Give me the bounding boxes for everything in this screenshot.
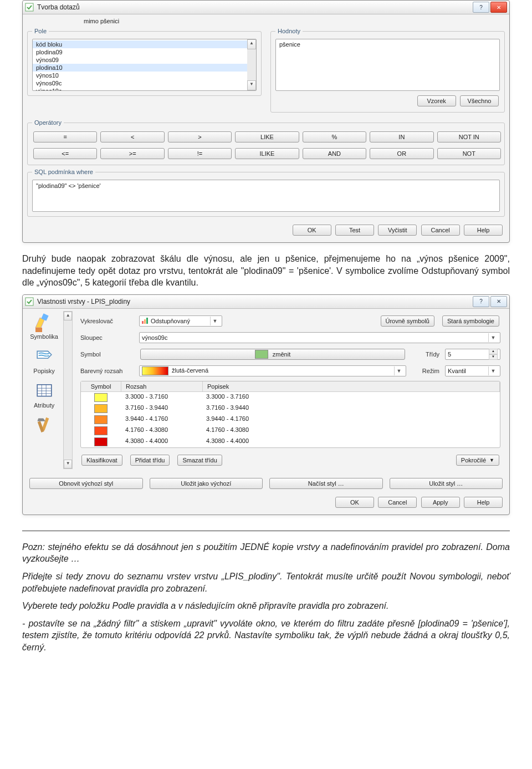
svg-rect-16 (144, 319, 146, 324)
ok-button[interactable]: OK (293, 225, 331, 236)
advanced-button[interactable]: Pokročilé ▼ (456, 455, 499, 466)
spin-down-icon[interactable]: ▼ (489, 354, 498, 360)
save-style-button[interactable]: Uložit styl … (390, 478, 503, 489)
sql-where-input[interactable]: "plodina09" <> 'pšenice' (32, 180, 500, 212)
titlebar-query: Tvorba dotazů ? ✕ (23, 1, 509, 14)
help-window-button[interactable]: ? (473, 2, 489, 13)
col-symbol: Symbol (81, 381, 121, 391)
change-symbol-button[interactable]: změnit (140, 349, 405, 360)
table-row[interactable]: 3.3000 - 3.71603.3000 - 3.7160 (81, 392, 500, 403)
table-row[interactable]: 4.1760 - 4.30804.1760 - 4.3080 (81, 425, 500, 436)
table-row[interactable]: 3.9440 - 4.17603.9440 - 4.1760 (81, 414, 500, 425)
col-label: Popisek (203, 381, 500, 391)
svg-rect-15 (142, 321, 144, 324)
restore-default-style-button[interactable]: Obnovit výchozí styl (29, 478, 143, 489)
sample-button[interactable]: Vzorek (417, 95, 456, 106)
op-ge-button[interactable]: >= (100, 148, 164, 159)
scroll-up-icon[interactable]: ▲ (247, 39, 256, 49)
layer-properties-window: Vlastnosti vrstvy - LPIS_plodiny ? ✕ Sym… (22, 294, 510, 515)
classes-spinner[interactable]: 5 ▲▼ (445, 349, 500, 360)
list-item[interactable]: výnos10c (33, 87, 247, 91)
list-item[interactable]: výnos09 (33, 56, 247, 64)
svg-marker-5 (37, 351, 52, 358)
renderer-combo[interactable]: Odstupňovaný ▼ (139, 315, 222, 327)
window-title: Tvorba dotazů (37, 3, 80, 11)
list-item[interactable]: plodina09 (33, 48, 247, 56)
svg-marker-13 (37, 418, 45, 421)
values-legend: Hodnoty (275, 28, 303, 34)
load-style-button[interactable]: Načíst styl … (269, 478, 383, 489)
op-ilike-button[interactable]: ILIKE (235, 148, 299, 159)
chevron-down-icon: ▼ (210, 317, 219, 325)
ok-button[interactable]: OK (335, 497, 374, 508)
op-like-button[interactable]: LIKE (235, 131, 299, 142)
old-symbology-button[interactable]: Stará symbologie (442, 315, 499, 327)
classes-label: Třídy (412, 351, 439, 358)
tab-label: Symbolika (30, 333, 58, 340)
symbol-label: Symbol (80, 351, 134, 358)
brush-icon (30, 311, 57, 333)
tools-icon (31, 414, 58, 436)
op-le-button[interactable]: <= (33, 148, 97, 159)
close-window-button[interactable]: ✕ (490, 296, 507, 307)
column-combo[interactable]: výnos09c ▼ (139, 332, 500, 343)
cancel-button[interactable]: Cancel (378, 497, 417, 508)
spin-up-icon[interactable]: ▲ (489, 349, 498, 354)
color-ramp-combo[interactable]: žlutá-červená ▼ (139, 365, 406, 376)
op-gt-button[interactable]: > (168, 131, 232, 142)
op-or-button[interactable]: OR (370, 148, 433, 159)
scroll-down-icon[interactable]: ▼ (247, 80, 256, 90)
symbol-levels-button[interactable]: Úrovně symbolů (381, 315, 434, 327)
renderer-label: Vykreslovač (80, 318, 134, 324)
save-as-default-button[interactable]: Uložit jako výchozí (150, 478, 263, 489)
cancel-button[interactable]: Cancel (421, 225, 460, 236)
values-listbox[interactable]: pšenice (275, 39, 500, 91)
tab-scrollbar[interactable]: ▲ ▼ (63, 311, 73, 469)
list-item[interactable]: výnos09c (33, 79, 247, 87)
tab-attributes[interactable]: Atributy (31, 380, 58, 409)
op-ne-button[interactable]: != (168, 148, 232, 159)
tab-tools[interactable] (31, 414, 58, 436)
delete-class-button[interactable]: Smazat třídu (177, 455, 222, 466)
help-button[interactable]: Help (464, 497, 503, 508)
apply-button[interactable]: Apply (421, 497, 460, 508)
op-in-button[interactable]: IN (370, 131, 433, 142)
tab-symbology[interactable]: Symbolika (30, 311, 58, 340)
body-paragraph-2b: Přidejte si tedy znovu do seznamu vrstev… (22, 571, 510, 594)
symbol-swatch-icon (255, 350, 268, 359)
scroll-up-icon[interactable]: ▲ (64, 312, 72, 320)
classes-table[interactable]: Symbol Rozsah Popisek 3.3000 - 3.71603.3… (80, 381, 500, 448)
classify-button[interactable]: Klasifikovat (81, 455, 122, 466)
add-class-button[interactable]: Přidat třídu (130, 455, 170, 466)
operators-legend: Operátory (32, 119, 64, 126)
scroll-down-icon[interactable]: ▼ (64, 460, 72, 468)
clear-button[interactable]: Vyčistit (378, 225, 417, 236)
svg-rect-1 (25, 298, 33, 305)
scrollbar[interactable]: ▲ ▼ (247, 39, 256, 90)
fields-listbox[interactable]: kód bloku plodina09 výnos09 plodina10 vý… (32, 39, 257, 91)
op-and-button[interactable]: AND (303, 148, 366, 159)
help-button[interactable]: Help (464, 225, 503, 236)
body-paragraph-2d: - postavíte se na „žádný filtr" a stiske… (22, 618, 510, 654)
help-window-button[interactable]: ? (473, 296, 489, 307)
list-item[interactable]: pšenice (276, 40, 499, 48)
tab-labels[interactable]: Popisky (31, 345, 58, 374)
list-item[interactable]: výnos10 (33, 72, 247, 79)
test-button[interactable]: Test (335, 225, 374, 236)
table-row[interactable]: 4.3080 - 4.40004.3080 - 4.4000 (81, 436, 500, 447)
close-window-button[interactable]: ✕ (490, 2, 507, 13)
list-item[interactable]: plodina10 (33, 64, 247, 72)
chevron-down-icon: ▼ (488, 333, 498, 342)
op-eq-button[interactable]: = (33, 131, 97, 142)
op-notin-button[interactable]: NOT IN (437, 131, 501, 142)
table-row[interactable]: 3.7160 - 3.94403.7160 - 3.9440 (81, 403, 500, 414)
list-item[interactable]: kód bloku (33, 40, 247, 48)
op-not-button[interactable]: NOT (437, 148, 501, 159)
chevron-down-icon: ▼ (488, 366, 498, 375)
sql-where-group: SQL podmínka where "plodina09" <> 'pšeni… (27, 169, 505, 217)
fields-legend: Pole (32, 28, 49, 34)
all-button[interactable]: Všechno (460, 95, 499, 106)
mode-combo[interactable]: Kvantil ▼ (445, 365, 500, 376)
op-lt-button[interactable]: < (100, 131, 164, 142)
op-pct-button[interactable]: % (303, 131, 366, 142)
